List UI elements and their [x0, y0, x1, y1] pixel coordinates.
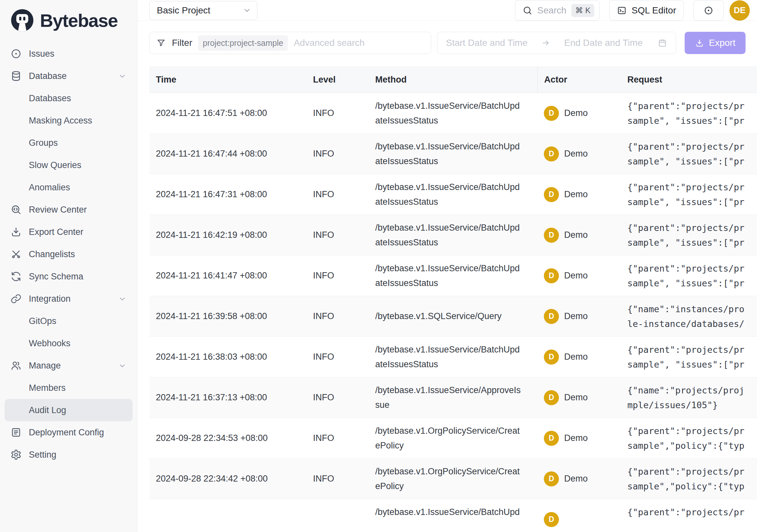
table-row[interactable]: 2024-11-21 16:37:13 +08:00INFO/bytebase.…	[149, 377, 757, 418]
cell-actor: DDemo	[537, 228, 621, 243]
actor-avatar: D	[544, 146, 559, 162]
chevron-down-icon	[118, 72, 127, 80]
sidebar-item-database[interactable]: Database	[5, 65, 133, 87]
review-center-icon	[11, 204, 22, 215]
circle-dot-icon	[704, 6, 713, 16]
sidebar-item-members[interactable]: Members	[5, 377, 133, 399]
sidebar-item-label: Setting	[29, 450, 56, 460]
sidebar-item-setting[interactable]: Setting	[5, 444, 133, 466]
actor-name: Demo	[564, 270, 588, 281]
cell-method: /bytebase.v1.IssueService/BatchUpdateIss…	[369, 180, 537, 209]
brand-name: Bytebase	[40, 10, 118, 31]
col-method[interactable]: Method	[369, 75, 537, 85]
filter-chip[interactable]: project:project-sample	[198, 35, 288, 51]
cell-request: {"parent":"projects/prsample","policy":{…	[621, 423, 757, 453]
actor-name: Demo	[564, 230, 588, 240]
sidebar-item-deployment-config[interactable]: Deployment Config	[5, 421, 133, 444]
actor-name: Demo	[564, 392, 588, 403]
disc-icon	[11, 48, 22, 59]
sidebar-item-export-center[interactable]: Export Center	[5, 221, 133, 243]
actor-avatar: D	[544, 309, 559, 324]
table-row[interactable]: 2024-11-21 16:47:31 +08:00INFO/bytebase.…	[149, 174, 757, 215]
col-time[interactable]: Time	[149, 75, 307, 85]
table-row[interactable]: 2024-11-21 16:38:03 +08:00INFO/bytebase.…	[149, 337, 757, 377]
col-level[interactable]: Level	[307, 75, 369, 85]
table-row[interactable]: 2024-11-21 16:47:44 +08:00INFO/bytebase.…	[149, 134, 757, 174]
database-icon	[11, 71, 22, 81]
sidebar-item-label: Audit Log	[29, 405, 66, 415]
sidebar-item-slow-queries[interactable]: Slow Queries	[5, 154, 133, 176]
sidebar-item-review-center[interactable]: Review Center	[5, 199, 133, 221]
search-button[interactable]: Search ⌘ K	[515, 0, 599, 21]
project-selector[interactable]: Basic Project	[149, 1, 257, 20]
cell-actor: DDemo	[537, 350, 621, 364]
sidebar-item-label: Deployment Config	[29, 427, 104, 438]
brand[interactable]: Bytebase	[0, 0, 137, 40]
col-request[interactable]: Request	[621, 75, 757, 85]
changelist-icon	[11, 249, 22, 260]
cell-method: /bytebase.v1.IssueService/BatchUpdateIss…	[369, 261, 537, 291]
cell-time: 2024-11-21 16:47:44 +08:00	[149, 149, 307, 159]
sidebar-item-label: Manage	[29, 361, 61, 371]
filter-input[interactable]: Filter project:project-sample Advanced s…	[149, 32, 431, 54]
actor-avatar: D	[544, 106, 559, 121]
project-selector-value: Basic Project	[157, 5, 210, 16]
date-range-picker[interactable]: Start Date and Time End Date and Time	[437, 32, 676, 54]
actor-avatar: D	[544, 350, 559, 364]
main-area: Basic Project Search ⌘ K SQL Editor DE	[137, 0, 757, 532]
cell-level: INFO	[307, 149, 369, 159]
sidebar-item-label: Members	[29, 383, 66, 393]
cell-actor: DDemo	[537, 309, 621, 324]
filter-icon	[156, 38, 166, 48]
cell-request: {"parent":"projects/prsample", "issues":…	[621, 99, 757, 128]
users-icon	[11, 360, 22, 371]
actor-avatar: D	[544, 268, 559, 283]
cell-time: 2024-11-21 16:41:47 +08:00	[149, 270, 307, 281]
sidebar-item-webhooks[interactable]: Webhooks	[5, 332, 133, 355]
sidebar-item-databases[interactable]: Databases	[5, 87, 133, 110]
actor-avatar: D	[544, 228, 559, 243]
arrow-right-icon	[541, 38, 550, 47]
sidebar-item-label: Masking Access	[29, 116, 92, 126]
sidebar-item-label: Webhooks	[29, 338, 71, 349]
sidebar-item-groups[interactable]: Groups	[5, 132, 133, 154]
table-row[interactable]: 2024-11-21 16:42:19 +08:00INFO/bytebase.…	[149, 215, 757, 256]
table-row[interactable]: 2024-11-21 16:47:51 +08:00INFO/bytebase.…	[149, 93, 757, 134]
user-avatar[interactable]: DE	[730, 0, 750, 21]
search-icon	[523, 6, 532, 16]
cell-level: INFO	[307, 392, 369, 403]
cell-actor: D	[537, 512, 621, 527]
cell-request: {"parent":"projects/pr	[621, 505, 757, 532]
table-row[interactable]: 2024-11-21 16:41:47 +08:00INFO/bytebase.…	[149, 256, 757, 296]
sidebar-item-issues[interactable]: Issues	[5, 43, 133, 65]
table-row[interactable]: 2024-11-21 16:39:58 +08:00INFO/bytebase.…	[149, 296, 757, 337]
export-button[interactable]: Export	[685, 32, 745, 54]
cell-method: /bytebase.v1.OrgPolicyService/CreatePoli…	[369, 423, 537, 453]
table-row[interactable]: /bytebase.v1.IssueService/BatchUpd D{"pa…	[149, 499, 757, 532]
sidebar-item-masking-access[interactable]: Masking Access	[5, 110, 133, 132]
cell-request: {"parent":"projects/prsample", "issues":…	[621, 139, 757, 169]
circle-dot-button[interactable]	[693, 0, 724, 21]
col-actor[interactable]: Actor	[537, 67, 621, 93]
app-root: Bytebase IssuesDatabaseDatabasesMasking …	[0, 0, 757, 532]
sidebar-item-manage[interactable]: Manage	[5, 355, 133, 377]
table-row[interactable]: 2024-09-28 22:34:42 +08:00INFO/bytebase.…	[149, 459, 757, 499]
cell-actor: DDemo	[537, 106, 621, 121]
sidebar-item-audit-log[interactable]: Audit Log	[5, 399, 133, 421]
sidebar-item-changelists[interactable]: Changelists	[5, 243, 133, 266]
sidebar-item-gitops[interactable]: GitOps	[5, 310, 133, 332]
cell-level: INFO	[307, 474, 369, 484]
table-row[interactable]: 2024-09-28 22:34:53 +08:00INFO/bytebase.…	[149, 418, 757, 459]
end-date-placeholder: End Date and Time	[564, 38, 643, 48]
sidebar-item-integration[interactable]: Integration	[5, 288, 133, 310]
cell-level: INFO	[307, 189, 369, 200]
gear-icon	[11, 449, 22, 460]
sidebar-item-sync-schema[interactable]: Sync Schema	[5, 266, 133, 288]
actor-name: Demo	[564, 433, 588, 443]
cell-method: /bytebase.v1.IssueService/ApproveIssue	[369, 383, 537, 412]
sidebar-item-anomalies[interactable]: Anomalies	[5, 176, 133, 199]
cell-time: 2024-11-21 16:42:19 +08:00	[149, 230, 307, 240]
download-tray-icon	[11, 226, 22, 237]
sql-editor-button[interactable]: SQL Editor	[609, 0, 684, 21]
link-icon	[11, 293, 22, 304]
